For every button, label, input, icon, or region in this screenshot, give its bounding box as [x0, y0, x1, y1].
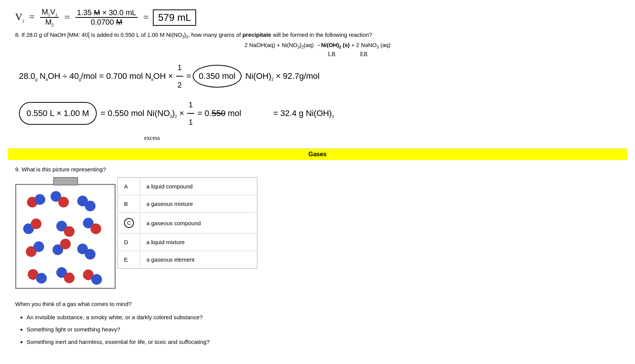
- choice-row-e: E a gaseous element: [118, 251, 257, 269]
- q9-layout: A a liquid compound B a gaseous mixture …: [15, 177, 620, 289]
- page: V2 = M1V1 M2 = 1.35 M × 30.0 mL 0.0700 M…: [0, 0, 635, 360]
- svg-point-1: [35, 194, 45, 205]
- gas-container-wrapper: [15, 177, 116, 289]
- excess-label: excess: [19, 131, 620, 144]
- equals1: =: [62, 12, 72, 23]
- choice-row-a: A a liquid compound: [118, 177, 257, 195]
- choice-row-b: B a gaseous mixture: [118, 195, 257, 213]
- reaction-equation: 2 NaOH(aq) + Ni(NO3)2(aq) →Ni(OH)2 (s) +…: [15, 42, 620, 49]
- nioh2-formula: Ni(OH)2 × 92.7g/mol: [243, 67, 320, 85]
- gas-bullets-list: An invisible substance, a smoky white, o…: [15, 312, 620, 348]
- gases-section-header: Gases: [8, 149, 627, 160]
- formula-line1: V2 = M1V1 M2 = 1.35 M × 30.0 mL 0.0700 M…: [15, 8, 620, 27]
- molecules-svg: [16, 185, 115, 288]
- choice-b-letter: B: [118, 195, 140, 213]
- circled-value: 0.350 mol: [193, 65, 242, 88]
- choice-c-text: a gaseous compound: [140, 213, 258, 234]
- lr-er-labels: LR ER: [15, 51, 620, 58]
- bold-precipitate: precipitate: [242, 31, 271, 38]
- fraction-1: 1 1: [187, 96, 194, 130]
- oval-value: 0.550 L × 1.00 M: [19, 102, 97, 125]
- calc-section: 28.0g NaOH ÷ 40g/mol = 0.700 mol NaOH × …: [15, 59, 620, 144]
- choice-a-text: a liquid compound: [140, 177, 258, 195]
- svg-point-15: [60, 239, 71, 249]
- equals-oval: = 0.550 mol Ni(NO3)2 ×: [98, 104, 184, 122]
- result-box: 579 mL: [153, 9, 196, 26]
- svg-point-11: [91, 224, 101, 234]
- fraction-m1v1: M1V1 M2: [40, 8, 59, 27]
- gas-questions-section: When you think of a gas what comes to mi…: [8, 293, 627, 353]
- svg-point-3: [58, 197, 69, 207]
- question-9-text: 9. What is this picture representing?: [15, 166, 620, 173]
- choice-e-text: a gaseous element: [140, 251, 258, 269]
- choice-d-text: a liquid mixture: [140, 234, 258, 251]
- denominator: M2: [44, 18, 55, 27]
- svg-point-7: [31, 219, 41, 229]
- den-values: 0.0700 M: [89, 18, 124, 27]
- calc-row1: 28.0g NaOH ÷ 40g/mol = 0.700 mol NaOH × …: [19, 59, 620, 93]
- handwritten-section: V2 = M1V1 M2 = 1.35 M × 30.0 mL 0.0700 M…: [8, 4, 627, 149]
- equals2: =: [141, 12, 151, 23]
- choice-e-letter: E: [118, 251, 140, 269]
- calc-naoh: 28.0g NaOH ÷ 40g/mol = 0.700 mol NaOH ×: [19, 67, 173, 85]
- container-lid: [53, 177, 78, 185]
- fraction-values: 1.35 M × 30.0 mL 0.0700 M: [75, 8, 138, 27]
- gas-bullet-3: Something inert and harmless, essential …: [27, 337, 620, 348]
- svg-point-19: [36, 273, 47, 284]
- question-8-text: 8. If 28.0 g of NaOH [MM: 40] is added t…: [15, 30, 620, 40]
- gas-bullet-2: Something light or something heavy?: [27, 324, 620, 335]
- result-32: = 32.4 g Ni(OH)2: [273, 104, 334, 122]
- svg-point-9: [64, 226, 74, 237]
- selected-circle: C: [124, 218, 134, 228]
- choices-table: A a liquid compound B a gaseous mixture …: [117, 177, 258, 269]
- gas-intro-text: When you think of a gas what comes to mi…: [15, 299, 620, 310]
- equals-circ: =: [186, 67, 191, 85]
- choice-d-letter: D: [118, 234, 140, 251]
- equals-550: = 0.550 mol: [197, 104, 241, 122]
- choice-b-text: a gaseous mixture: [140, 195, 258, 213]
- calc-row2: 0.550 L × 1.00 M = 0.550 mol Ni(NO3)2 × …: [19, 96, 620, 130]
- v2-formula: V2 =: [15, 11, 37, 23]
- choice-c-letter: C: [118, 213, 140, 234]
- choice-row-c: C a gaseous compound: [118, 213, 257, 234]
- svg-point-13: [33, 242, 44, 252]
- svg-point-17: [85, 249, 96, 260]
- svg-point-5: [85, 201, 96, 211]
- num-values: 1.35 M × 30.0 mL: [75, 8, 138, 18]
- gas-bullet-1: An invisible substance, a smoky white, o…: [27, 312, 620, 323]
- svg-point-23: [91, 274, 102, 285]
- question-9-container: 9. What is this picture representing?: [8, 160, 627, 293]
- choice-a-letter: A: [118, 177, 140, 195]
- choice-row-d: D a liquid mixture: [118, 234, 257, 251]
- numerator: M1V1: [40, 8, 59, 18]
- fraction-half: 1 2: [176, 59, 183, 93]
- gases-header-text: Gases: [308, 151, 327, 157]
- svg-point-21: [64, 273, 74, 283]
- container-body: [15, 184, 116, 289]
